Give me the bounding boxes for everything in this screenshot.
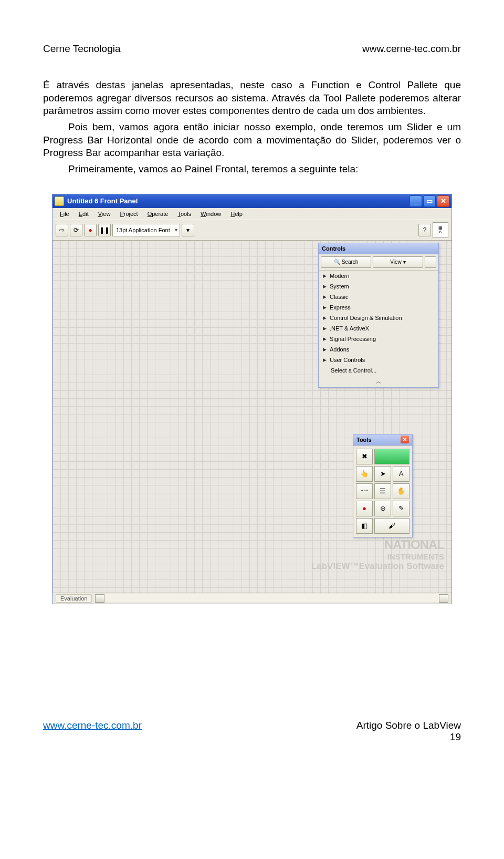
search-icon: 🔍	[334, 259, 340, 265]
palette-item-addons[interactable]: ▶Addons	[319, 344, 438, 355]
palette-pin-button[interactable]	[425, 256, 436, 268]
palette-item-system[interactable]: ▶System	[319, 281, 438, 292]
tool-breakpoint[interactable]: ●	[356, 501, 373, 516]
chevron-right-icon: ▶	[323, 305, 327, 310]
run-continuous-button[interactable]: ⟳	[70, 224, 82, 236]
tool-color[interactable]: ◧	[356, 518, 373, 534]
menu-file[interactable]: File	[56, 210, 74, 218]
tools-close-button[interactable]: ✕	[401, 436, 409, 443]
palette-item-modern[interactable]: ▶Modern	[319, 271, 438, 281]
tool-scroll[interactable]: ✋	[393, 483, 410, 499]
doc-header-right: www.cerne-tec.com.br	[362, 43, 461, 55]
abort-button[interactable]: ●	[84, 224, 97, 236]
chevron-right-icon: ▶	[323, 336, 327, 341]
tools-palette: Tools✕ ✖ 👆 ➤ A 〰 ☰ ✋ ● ⊕ ✎ ◧ 🖌	[353, 434, 413, 537]
vi-icon[interactable]: ▦6	[433, 222, 448, 238]
menu-project[interactable]: Project	[116, 210, 142, 218]
palette-item-signal[interactable]: ▶Signal Processing	[319, 334, 438, 344]
window-title: Untitled 6 Front Panel	[67, 197, 408, 205]
footer-article: Artigo Sobre o LabView	[356, 720, 461, 731]
chevron-right-icon: ▶	[323, 357, 327, 363]
statusbar: Evaluation	[52, 593, 452, 604]
palette-item-classic[interactable]: ▶Classic	[319, 292, 438, 302]
font-style-button[interactable]: ▾	[182, 224, 194, 236]
tool-color-copy[interactable]: ✎	[393, 501, 410, 516]
chevron-right-icon: ▶	[323, 273, 327, 278]
doc-header-left: Cerne Tecnologia	[43, 43, 121, 55]
menu-help[interactable]: Help	[226, 210, 247, 218]
tool-text[interactable]: A	[393, 466, 410, 482]
tool-indicator[interactable]	[374, 449, 410, 464]
tool-shortcut[interactable]: ☰	[374, 483, 391, 499]
help-button[interactable]: ?	[418, 224, 431, 236]
watermark: NATIONAL INSTRUMENTS LabVIEW™Evaluation …	[311, 537, 444, 572]
chevron-right-icon: ▶	[323, 347, 327, 352]
controls-palette: Controls 🔍Search View ▾ ▶Modern ▶System …	[318, 243, 439, 388]
status-text: Evaluation	[56, 594, 92, 603]
menu-operate[interactable]: Operate	[143, 210, 173, 218]
pause-button[interactable]: ❚❚	[98, 224, 111, 236]
tool-probe[interactable]: ⊕	[374, 501, 391, 516]
chevron-right-icon: ▶	[323, 294, 327, 299]
menubar: File Edit View Project Operate Tools Win…	[52, 208, 452, 220]
chevron-right-icon: ▶	[323, 326, 327, 331]
palette-item-user-controls[interactable]: ▶User Controls	[319, 355, 438, 365]
palette-view-button[interactable]: View ▾	[373, 256, 423, 268]
titlebar[interactable]: Untitled 6 Front Panel _ ▭ ✕	[52, 194, 452, 208]
toolbar: ⇨ ⟳ ● ❚❚ 13pt Application Font ▾ ? ▦6	[52, 220, 452, 241]
tool-auto[interactable]: ✖	[356, 449, 373, 464]
tool-color-brush[interactable]: 🖌	[374, 518, 410, 534]
close-button[interactable]: ✕	[437, 195, 449, 207]
menu-window[interactable]: Window	[196, 210, 225, 218]
palette-search-button[interactable]: 🔍Search	[321, 256, 371, 268]
maximize-button[interactable]: ▭	[423, 195, 436, 207]
menu-tools[interactable]: Tools	[173, 210, 195, 218]
tools-palette-title[interactable]: Tools✕	[353, 434, 412, 446]
front-panel-canvas[interactable]: Controls 🔍Search View ▾ ▶Modern ▶System …	[52, 241, 452, 593]
footer-link[interactable]: www.cerne-tec.com.br	[43, 720, 142, 743]
paragraph-3: Primeiramente, vamos ao Painel Frontal, …	[43, 163, 461, 176]
controls-palette-title[interactable]: Controls	[319, 243, 438, 254]
palette-item-express[interactable]: ▶Express	[319, 302, 438, 313]
chevron-right-icon: ▶	[323, 284, 327, 289]
minimize-button[interactable]: _	[410, 195, 422, 207]
footer-page: 19	[356, 731, 461, 743]
palette-item-dotnet[interactable]: ▶.NET & ActiveX	[319, 323, 438, 334]
app-window: Untitled 6 Front Panel _ ▭ ✕ File Edit V…	[52, 194, 452, 604]
menu-edit[interactable]: Edit	[75, 210, 93, 218]
menu-view[interactable]: View	[94, 210, 115, 218]
tool-operate[interactable]: 👆	[356, 466, 373, 482]
palette-item-select[interactable]: Select a Control...	[319, 365, 438, 376]
app-icon	[55, 196, 64, 206]
palette-item-control-design[interactable]: ▶Control Design & Simulation	[319, 313, 438, 323]
paragraph-2: Pois bem, vamos agora então iniciar noss…	[43, 121, 461, 160]
palette-collapse-icon[interactable]: ︽	[319, 376, 438, 387]
tool-wire[interactable]: 〰	[356, 483, 373, 499]
chevron-right-icon: ▶	[323, 315, 327, 320]
tool-position[interactable]: ➤	[374, 466, 391, 482]
paragraph-1: É através destas janelas apresentadas, n…	[43, 79, 461, 118]
run-button[interactable]: ⇨	[56, 224, 68, 236]
font-dropdown[interactable]: 13pt Application Font	[112, 224, 180, 236]
horizontal-scrollbar[interactable]	[95, 594, 448, 603]
